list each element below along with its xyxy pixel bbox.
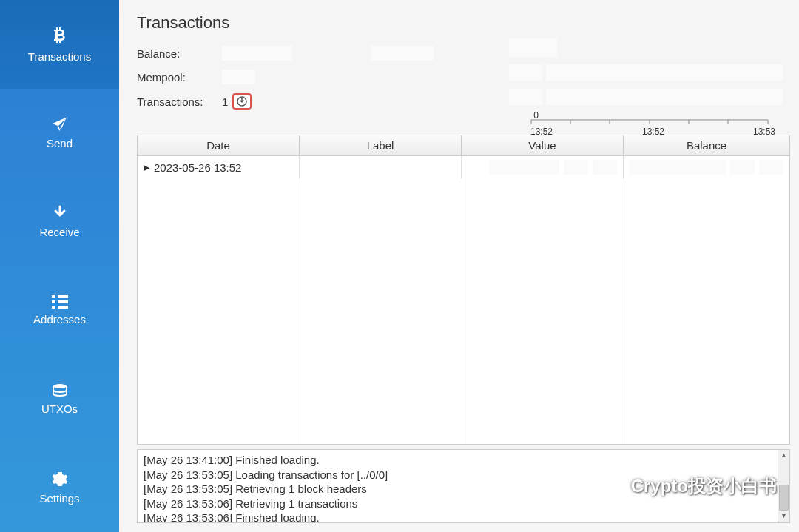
svg-rect-8 [509,38,557,57]
mempool-label: Mempool: [137,71,222,84]
svg-rect-4 [52,306,55,309]
svg-rect-1 [58,295,68,298]
log-line: [May 26 13:53:05] Retrieving 1 block hea… [144,482,783,496]
download-button[interactable] [232,93,252,110]
balance-redacted [630,160,726,175]
col-header-date[interactable]: Date [138,135,300,155]
balance-label: Balance: [137,47,222,60]
expand-caret-icon[interactable]: ▶ [144,163,149,172]
balance-redacted [759,160,783,175]
transactions-count: 1 [222,95,228,108]
log-panel: [May 26 13:41:00] Finished loading. [May… [137,449,790,523]
sidebar-label: Settings [39,492,79,505]
scroll-up-icon[interactable]: ▲ [778,450,789,462]
log-scrollbar[interactable]: ▲ ▼ [778,450,789,522]
table-row[interactable]: ▶ 2023-05-26 13:52 [138,156,789,178]
sidebar: Transactions Send Receive Addresses UTXO… [0,0,119,532]
mempool-row: Mempool: [137,70,434,84]
scroll-down-icon[interactable]: ▼ [778,511,789,522]
svg-text:13:52: 13:52 [642,127,664,137]
download-icon [237,96,247,107]
svg-rect-11 [509,89,542,105]
cell-balance [624,156,789,178]
sidebar-label: Send [47,137,73,149]
log-line: [May 26 13:41:00] Finished loading. [144,453,783,468]
svg-rect-3 [58,300,68,303]
sidebar-label: Transactions [28,50,91,63]
balance-value-redacted-2 [371,46,434,61]
sidebar-item-addresses[interactable]: Addresses [0,266,119,354]
main-content: Transactions Balance: Mempool: Transacti… [119,0,799,532]
sidebar-label: UTXOs [41,403,78,415]
page-title: Transactions [137,13,790,33]
svg-rect-10 [546,64,783,81]
paper-plane-icon [52,116,68,132]
svg-rect-0 [52,295,55,298]
stack-icon [52,383,68,398]
svg-text:13:53: 13:53 [753,127,775,137]
value-redacted [564,160,588,175]
log-line: [May 26 13:53:06] Finished loading. [144,511,783,523]
value-redacted [489,160,559,175]
sidebar-item-receive[interactable]: Receive [0,178,119,266]
sidebar-item-transactions[interactable]: Transactions [0,0,119,89]
value-redacted [593,160,617,175]
log-line: [May 26 13:53:06] Retrieving 1 transacti… [144,496,783,511]
svg-point-6 [53,384,67,388]
sidebar-item-utxos[interactable]: UTXOs [0,354,119,443]
svg-rect-2 [52,300,55,303]
col-header-label[interactable]: Label [300,135,462,155]
balance-row: Balance: [137,46,434,61]
gear-icon [52,471,68,488]
transactions-label: Transactions: [137,95,222,108]
balance-redacted [730,160,755,175]
sidebar-label: Addresses [33,313,86,326]
balance-value-redacted [222,46,292,61]
log-line: [May 26 13:53:05] Loading transactions f… [144,468,783,482]
arrow-down-icon [52,205,68,221]
svg-text:13:52: 13:52 [530,127,553,137]
list-icon [52,295,68,309]
bitcoin-icon [52,25,68,46]
scroll-thumb[interactable] [779,485,789,511]
cell-label [300,156,462,178]
transactions-table: Date Label Value Balance ▶ 2023-05-26 13… [137,135,790,445]
svg-text:0: 0 [533,110,539,121]
balance-chart: 0 13:52 13:52 13:53 [509,38,783,146]
svg-rect-9 [509,64,542,81]
svg-rect-12 [546,89,783,105]
cell-value [462,156,624,178]
table-body[interactable]: ▶ 2023-05-26 13:52 [138,156,789,444]
cell-date: ▶ 2023-05-26 13:52 [138,156,300,178]
mempool-value-redacted [222,70,255,84]
sidebar-item-send[interactable]: Send [0,89,119,178]
sidebar-item-settings[interactable]: Settings [0,443,119,532]
svg-rect-5 [58,306,68,309]
transactions-row: Transactions: 1 [137,93,434,110]
sidebar-label: Receive [39,226,79,238]
